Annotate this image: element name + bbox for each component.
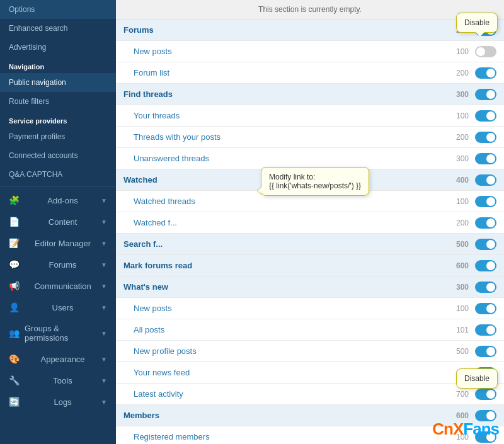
chevron-down-icon-10: ▼	[101, 399, 107, 406]
nav-rows-container: Forums200New posts100Forum list200Find t…	[116, 20, 504, 444]
nav-row-16[interactable]: Your news feed600	[116, 362, 504, 384]
nav-row-order-15: 500	[456, 347, 469, 356]
toggle-5[interactable]	[475, 132, 496, 143]
addons-label: Add-ons	[47, 196, 77, 205]
content-icon: 📄	[9, 217, 20, 227]
nav-row-4[interactable]: Your threads100	[116, 105, 504, 127]
sidebar-item-options[interactable]: Options	[0, 0, 116, 19]
nav-row-14[interactable]: All posts101	[116, 319, 504, 341]
toggle-12[interactable]	[475, 282, 496, 293]
toggle-9[interactable]	[475, 217, 496, 229]
sidebar-item-forums[interactable]: 💬 Forums ▼	[0, 254, 116, 275]
logs-label: Logs	[54, 397, 71, 407]
nav-row-label-19: Registered members	[134, 432, 456, 441]
chevron-down-icon-5: ▼	[101, 283, 107, 290]
nav-row-order-6: 300	[456, 154, 469, 163]
sidebar-item-communication[interactable]: 📢 Communication ▼	[0, 275, 116, 297]
sidebar-item-tools[interactable]: 🔧 Tools ▼	[0, 370, 116, 391]
chevron-down-icon-6: ▼	[101, 304, 107, 311]
sidebar-item-route-filters[interactable]: Route filters	[0, 92, 116, 111]
nav-row-label-1: New posts	[134, 47, 456, 56]
forums-label: Forums	[49, 260, 77, 270]
nav-row-11[interactable]: Mark forums read600	[116, 255, 504, 276]
nav-row-label-11: Mark forums read	[123, 261, 456, 270]
sidebar-item-logs[interactable]: 🔄 Logs ▼	[0, 391, 116, 413]
nav-row-3[interactable]: Find threads300	[116, 84, 504, 105]
nav-row-label-18: Members	[123, 411, 456, 420]
chevron-down-icon-2: ▼	[101, 219, 107, 225]
sidebar-item-groups-permissions[interactable]: 👥 Groups & permissions ▼	[0, 318, 116, 348]
nav-row-order-18: 600	[456, 411, 469, 420]
nav-row-15[interactable]: New profile posts500	[116, 341, 504, 362]
toggle-2[interactable]	[475, 67, 496, 79]
nav-row-label-17: Latest activity	[134, 389, 456, 399]
nav-row-12[interactable]: What's new300	[116, 276, 504, 298]
sidebar-item-appearance[interactable]: 🎨 Appearance ▼	[0, 348, 116, 370]
toggle-4[interactable]	[475, 110, 496, 122]
nav-row-order-1: 100	[456, 47, 469, 56]
toggle-7[interactable]	[475, 174, 496, 186]
sidebar-item-qa-captcha[interactable]: Q&A CAPTCHA	[0, 165, 116, 184]
nav-row-order-2: 200	[456, 69, 469, 77]
toggle-6[interactable]	[475, 153, 496, 164]
nav-row-13[interactable]: New posts100	[116, 298, 504, 319]
sidebar-item-editor-manager[interactable]: 📝 Editor Manager ▼	[0, 232, 116, 254]
logs-icon: 🔄	[9, 397, 20, 407]
toggle-17[interactable]	[475, 389, 496, 400]
sidebar-item-addons[interactable]: 🧩 Add-ons ▼	[0, 190, 116, 211]
nav-row-order-10: 500	[456, 240, 469, 249]
nav-row-label-5: Threads with your posts	[134, 132, 456, 142]
nav-row-9[interactable]: Watched f...200	[116, 212, 504, 234]
appearance-label: Appearance	[40, 355, 84, 364]
sidebar-item-payment-profiles[interactable]: Payment profiles	[0, 127, 116, 146]
toggle-15[interactable]	[475, 346, 496, 357]
nav-row-1[interactable]: New posts100	[116, 41, 504, 62]
editor-manager-label: Editor Manager	[35, 239, 91, 248]
sidebar-item-enhanced-search[interactable]: Enhanced search	[0, 19, 116, 38]
toggle-3[interactable]	[475, 89, 496, 100]
sidebar-item-advertising[interactable]: Advertising	[0, 38, 116, 57]
toggle-13[interactable]	[475, 303, 496, 314]
nav-row-label-13: New posts	[134, 304, 456, 313]
toggle-10[interactable]	[475, 239, 496, 250]
nav-row-5[interactable]: Threads with your posts200	[116, 127, 504, 148]
disable-top-bubble: Disable	[456, 13, 498, 33]
nav-row-order-11: 600	[456, 261, 469, 270]
toggle-8[interactable]	[475, 196, 496, 207]
toggle-18[interactable]	[475, 410, 496, 421]
sidebar-item-content[interactable]: 📄 Content ▼	[0, 211, 116, 232]
nav-row-order-17: 700	[456, 390, 469, 399]
nav-row-6[interactable]: Unanswered threads300	[116, 148, 504, 169]
nav-row-19[interactable]: Registered members100	[116, 426, 504, 444]
sidebar-item-users[interactable]: 👤 Users ▼	[0, 297, 116, 318]
toggle-19[interactable]	[475, 431, 496, 443]
nav-row-17[interactable]: Latest activity700	[116, 384, 504, 405]
content-label: Content	[49, 217, 77, 227]
toggle-1[interactable]	[475, 46, 496, 57]
toggle-14[interactable]	[475, 324, 496, 336]
nav-row-0[interactable]: Forums200	[116, 20, 504, 41]
nav-row-order-9: 200	[456, 219, 469, 227]
chevron-down-icon-3: ▼	[101, 240, 107, 247]
chevron-down-icon-7: ▼	[101, 330, 107, 337]
sidebar-item-public-navigation[interactable]: Public navigation	[0, 73, 116, 92]
nav-row-label-15: New profile posts	[134, 346, 456, 356]
sidebar-section-service-providers: Service providers	[0, 111, 116, 127]
nav-row-label-2: Forum list	[134, 68, 456, 77]
nav-row-18[interactable]: Members600	[116, 405, 504, 426]
toggle-11[interactable]	[475, 260, 496, 271]
nav-row-label-8: Watched threads	[134, 196, 456, 206]
nav-row-2[interactable]: Forum list200	[116, 62, 504, 84]
sidebar-section-navigation: Navigation	[0, 57, 116, 73]
nav-row-10[interactable]: Search f...500	[116, 234, 504, 255]
nav-row-label-0: Forums	[123, 25, 456, 35]
nav-row-order-4: 100	[456, 111, 469, 120]
nav-row-order-5: 200	[456, 133, 469, 142]
empty-notice: This section is currently empty.	[116, 0, 504, 20]
chevron-down-icon-8: ▼	[101, 356, 107, 363]
groups-label: Groups & permissions	[25, 324, 101, 343]
sidebar-item-connected-accounts[interactable]: Connected accounts	[0, 146, 116, 165]
nav-row-label-3: Find threads	[123, 89, 456, 99]
forums-icon: 💬	[9, 259, 20, 270]
chevron-down-icon-9: ▼	[101, 377, 107, 384]
